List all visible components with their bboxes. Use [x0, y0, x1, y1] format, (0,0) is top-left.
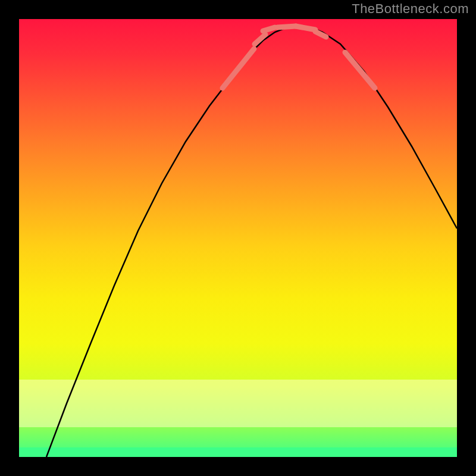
- bottom-band: [19, 447, 457, 457]
- dash-segment: [296, 26, 315, 30]
- pale-band: [19, 380, 457, 427]
- plot-svg: [19, 19, 457, 457]
- watermark: TheBottleneck.com: [352, 1, 469, 17]
- dash-group: [223, 26, 375, 88]
- dash-segment: [277, 26, 296, 27]
- dash-segment: [255, 35, 265, 44]
- dash-segment: [315, 32, 326, 37]
- dash-segment: [223, 49, 254, 88]
- dash-segment: [263, 27, 275, 31]
- dash-segment: [345, 52, 375, 88]
